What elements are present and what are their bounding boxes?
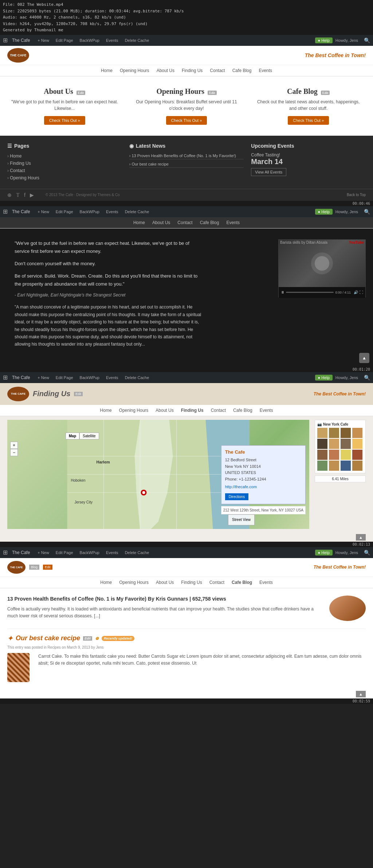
nav-events-4[interactable]: Events — [259, 580, 273, 585]
nav-events-1[interactable]: Events — [259, 68, 272, 73]
zoom-in-btn[interactable]: + — [10, 442, 18, 449]
delete-cache-btn-2[interactable]: Delete Cache — [123, 209, 151, 215]
nav-contact-2[interactable]: Contact — [177, 220, 192, 225]
list-item[interactable]: Contact — [7, 167, 122, 174]
opening-check-btn[interactable]: Check This Out » — [166, 116, 207, 125]
help-btn-3[interactable]: ● Help — [315, 375, 333, 381]
nav-contact-3[interactable]: Contact — [211, 408, 226, 413]
insta-thumb[interactable] — [329, 428, 339, 438]
backwpup-btn-2[interactable]: BackWPup — [78, 209, 101, 215]
insta-thumb[interactable] — [317, 439, 327, 449]
nav-finding-4[interactable]: Finding Us — [181, 580, 202, 585]
insta-thumb[interactable] — [329, 450, 339, 460]
nav-opening-4[interactable]: Opening Hours — [119, 580, 149, 585]
list-item[interactable]: Finding Us — [7, 160, 122, 167]
insta-thumb[interactable] — [352, 439, 362, 449]
nav-opening-3[interactable]: Opening Hours — [119, 408, 149, 413]
youtube-icon[interactable]: ▶ — [30, 192, 34, 198]
backwpup-btn-1[interactable]: BackWPup — [78, 37, 101, 43]
new-btn-4[interactable]: + New — [36, 550, 51, 556]
search-icon-3[interactable]: 🔍 — [364, 375, 370, 381]
rss-icon[interactable]: ⊕ — [7, 192, 12, 198]
backwpup-btn-4[interactable]: BackWPup — [78, 550, 101, 556]
fullscreen-icon[interactable]: ⛶ — [360, 290, 363, 294]
new-btn-2[interactable]: + New — [36, 209, 51, 215]
search-icon-2[interactable]: 🔍 — [364, 209, 370, 215]
nav-events-3[interactable]: Events — [260, 408, 273, 413]
play-button[interactable]: ⏸ — [281, 290, 284, 294]
back-to-top-btn-3[interactable]: ▲ — [356, 534, 366, 541]
list-item[interactable]: Opening Hours — [7, 174, 122, 182]
facebook-icon[interactable]: f — [24, 192, 25, 198]
nav-finding-1[interactable]: Finding Us — [182, 68, 203, 73]
nav-about-4[interactable]: About Us — [156, 580, 174, 585]
progress-bar[interactable] — [286, 292, 334, 293]
nav-home-1[interactable]: Home — [101, 68, 113, 73]
insta-thumb[interactable] — [341, 461, 351, 471]
search-icon-1[interactable]: 🔍 — [364, 37, 370, 43]
new-btn-1[interactable]: + New — [36, 37, 51, 43]
insta-thumb[interactable] — [317, 450, 327, 460]
satellite-btn[interactable]: Satellite — [79, 433, 99, 439]
insta-thumb[interactable] — [341, 439, 351, 449]
delete-cache-btn-1[interactable]: Delete Cache — [123, 37, 151, 43]
events-btn-2[interactable]: Events — [104, 209, 120, 215]
edit-page-btn-3[interactable]: Edit Page — [54, 375, 75, 381]
delete-cache-btn-3[interactable]: Delete Cache — [123, 375, 151, 381]
backwpup-btn-3[interactable]: BackWPup — [78, 375, 101, 381]
map-btn[interactable]: Map — [66, 433, 79, 439]
zoom-out-btn[interactable]: − — [10, 449, 18, 456]
back-to-top-2[interactable]: ▲ — [359, 353, 369, 363]
back-to-top-btn-4[interactable]: ▲ — [356, 691, 366, 697]
insta-thumb[interactable] — [341, 428, 351, 438]
directions-btn[interactable]: Directions — [225, 493, 248, 500]
events-btn-4[interactable]: Events — [104, 550, 120, 556]
help-btn-1[interactable]: ● Help — [315, 37, 333, 43]
nav-about-1[interactable]: About Us — [157, 68, 174, 73]
about-check-btn[interactable]: Check This Out » — [44, 116, 85, 125]
nav-blog-3[interactable]: Cafe Blog — [233, 408, 252, 413]
video-controls[interactable]: ⏸ 0:00 / 4:11 🔊 ⛶ — [279, 287, 365, 298]
insta-thumb[interactable] — [352, 461, 362, 471]
back-to-top-btn[interactable]: Back to Top — [347, 193, 366, 197]
insta-thumb[interactable] — [317, 461, 327, 471]
insta-thumb[interactable] — [317, 428, 327, 438]
nav-home-4[interactable]: Home — [100, 580, 112, 585]
nav-finding-3[interactable]: Finding Us — [181, 408, 204, 413]
nav-home-3[interactable]: Home — [100, 408, 112, 413]
edit-page-btn-4[interactable]: Edit Page — [54, 550, 75, 556]
cafe-website[interactable]: http://thecafe.com — [225, 485, 257, 489]
insta-thumb[interactable] — [341, 450, 351, 460]
edit-page-btn-2[interactable]: Edit Page — [54, 209, 75, 215]
nav-about-3[interactable]: About Us — [156, 408, 173, 413]
nav-contact-4[interactable]: Contact — [209, 580, 224, 585]
events-btn-1[interactable]: Events — [104, 37, 120, 43]
search-icon-4[interactable]: 🔍 — [364, 550, 370, 556]
list-item[interactable]: Home — [7, 152, 122, 160]
insta-thumb[interactable] — [352, 428, 362, 438]
help-btn-2[interactable]: ● Help — [315, 209, 333, 215]
nav-opening-hours-1[interactable]: Opening Hours — [120, 68, 149, 73]
nav-blog-4[interactable]: Cafe Blog — [232, 580, 252, 585]
new-btn-3[interactable]: + New — [36, 375, 51, 381]
street-view-btn[interactable]: Street View — [228, 514, 255, 525]
insta-thumb[interactable] — [329, 461, 339, 471]
nav-blog-1[interactable]: Cafe Blog — [232, 68, 252, 73]
blog-check-btn[interactable]: Check This Out » — [288, 116, 329, 125]
delete-cache-btn-4[interactable]: Delete Cache — [123, 550, 151, 556]
volume-icon[interactable]: 🔊 — [354, 290, 358, 294]
insta-thumb[interactable] — [352, 450, 362, 460]
twitter-icon[interactable]: 𝕋 — [16, 192, 20, 198]
events-btn-3[interactable]: Events — [104, 375, 120, 381]
back-to-top-icon-2[interactable]: ▲ — [359, 353, 369, 363]
help-btn-4[interactable]: ● Help — [315, 550, 333, 556]
nav-home-2[interactable]: Home — [133, 220, 145, 225]
list-item[interactable]: › 13 Proven Health Benefits of Coffee (N… — [129, 152, 244, 159]
nav-contact-1[interactable]: Contact — [210, 68, 225, 73]
view-events-btn[interactable]: View All Events — [251, 168, 286, 176]
list-item[interactable]: › Our best cake recipe — [129, 161, 244, 168]
nav-events-2[interactable]: Events — [226, 220, 240, 225]
nav-blog-2[interactable]: Cafe Blog — [200, 220, 219, 225]
insta-thumb[interactable] — [329, 439, 339, 449]
edit-page-btn-1[interactable]: Edit Page — [54, 37, 75, 43]
